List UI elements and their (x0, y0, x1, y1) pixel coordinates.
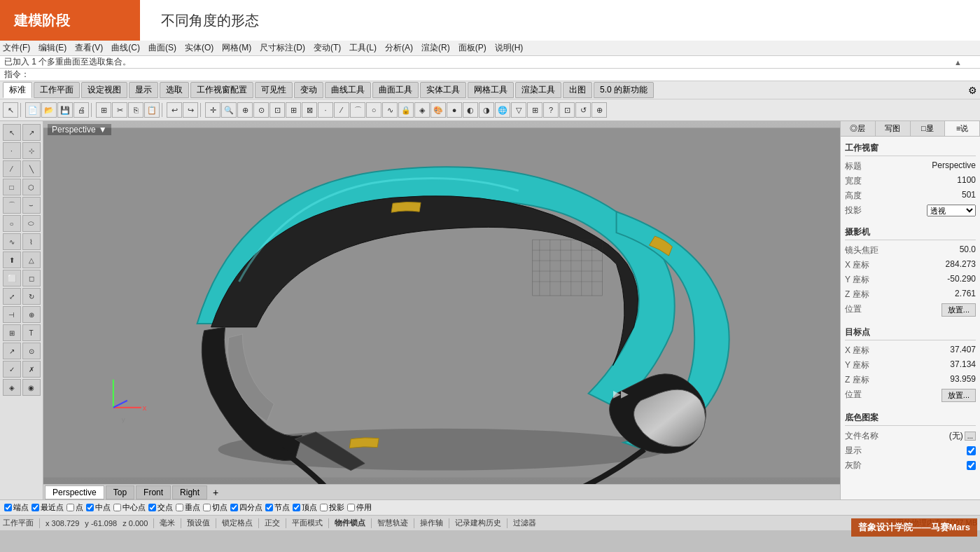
menu-view[interactable]: 查看(V) (75, 42, 103, 54)
ltool-ellipse[interactable]: ⬭ (22, 215, 41, 232)
tool-redo[interactable]: ↪ (183, 102, 198, 118)
ltool-solid2[interactable]: ◻ (22, 270, 41, 287)
snap-vertex[interactable]: 顶点 (293, 502, 317, 513)
snap-perp[interactable]: 垂点 (176, 502, 200, 513)
tool-new[interactable]: 📄 (25, 102, 41, 118)
tool-grid[interactable]: ⊞ (286, 102, 301, 118)
ltool-extrude2[interactable]: △ (22, 251, 41, 268)
menu-tools[interactable]: 工具(L) (349, 42, 377, 54)
tool-arc[interactable]: ⌒ (350, 102, 365, 118)
snap-midpoint[interactable]: 中点 (86, 502, 111, 513)
tool-shading[interactable]: ▽ (511, 102, 526, 118)
menu-help[interactable]: 说明(H) (495, 42, 524, 54)
sb-planar[interactable]: 平面模式 (292, 518, 323, 528)
rpanel-tab-notes[interactable]: ≡说 (945, 121, 980, 136)
menu-analyze[interactable]: 分析(A) (385, 42, 413, 54)
tab-mesh-tools[interactable]: 网格工具 (468, 82, 514, 98)
tool-undo[interactable]: ↩ (167, 102, 182, 118)
ltool-misc2[interactable]: ◉ (22, 379, 41, 396)
rpanel-btn-campos[interactable]: 放置... (941, 303, 976, 317)
snap-nearest[interactable]: 最近点 (31, 502, 64, 513)
sb-ortho[interactable]: 正交 (265, 518, 280, 528)
tool-curve[interactable]: ∿ (382, 102, 398, 118)
tab-output[interactable]: 出图 (563, 82, 592, 98)
command-input[interactable] (29, 70, 976, 80)
rpanel-btn-browse[interactable]: ... (965, 432, 976, 441)
ltool-line2[interactable]: ╲ (22, 160, 41, 177)
rpanel-tab-display[interactable]: □显 (911, 121, 946, 136)
tab-standard[interactable]: 标准 (3, 82, 32, 98)
snap-center[interactable]: 中心点 (113, 502, 146, 513)
ltool-pt2[interactable]: ⊹ (22, 142, 41, 159)
tool-paste[interactable]: 📋 (144, 102, 160, 118)
ltool-check[interactable]: ✓ (3, 361, 21, 378)
tool-extra3[interactable]: ⊕ (592, 102, 607, 118)
vp-tab-perspective[interactable]: Perspective (45, 485, 104, 499)
vp-tab-front[interactable]: Front (136, 485, 171, 499)
tab-workplane[interactable]: 工作平面 (34, 82, 80, 98)
ltool-select2[interactable]: ↗ (22, 124, 41, 141)
rpanel-tab-properties[interactable]: 写图 (876, 121, 911, 136)
menu-mesh[interactable]: 网格(M) (222, 42, 251, 54)
menu-panel[interactable]: 面板(P) (458, 42, 486, 54)
tab-select[interactable]: 选取 (160, 82, 189, 98)
snap-endpoint[interactable]: 端点 (4, 502, 29, 513)
ltool-dimension[interactable]: ⊞ (3, 324, 21, 341)
tool-copy[interactable]: ⎘ (128, 102, 144, 118)
sb-smarttrack[interactable]: 智慧轨迹 (377, 518, 408, 528)
ltool-circle[interactable]: ○ (3, 215, 21, 232)
ltool-x[interactable]: ✗ (22, 361, 41, 378)
tool-select[interactable]: ↖ (3, 102, 18, 118)
tool-save[interactable]: 💾 (57, 102, 73, 118)
menu-transform[interactable]: 变动(T) (314, 42, 341, 54)
snap-knot[interactable]: 节点 (265, 502, 290, 513)
tool-material[interactable]: ◈ (414, 102, 430, 118)
sb-filter[interactable]: 过滤器 (513, 518, 536, 528)
viewport-dropdown-icon[interactable]: ▼ (99, 125, 107, 134)
tool-zoom-window[interactable]: 🔍 (221, 102, 237, 118)
rpanel-tab-layers[interactable]: ◎层 (841, 121, 876, 136)
ltool-annotate[interactable]: ↗ (3, 343, 21, 359)
tool-mesh-display[interactable]: ⊞ (527, 102, 542, 118)
tab-display[interactable]: 显示 (129, 82, 158, 98)
ltool-rotate[interactable]: ↻ (22, 288, 41, 305)
tab-setview[interactable]: 设定视图 (81, 82, 127, 98)
ltool-arc[interactable]: ⌒ (3, 197, 21, 214)
snap-project[interactable]: 投影 (320, 502, 344, 513)
tab-solid-tools[interactable]: 实体工具 (420, 82, 466, 98)
ltool-extrude[interactable]: ⬆ (3, 251, 21, 268)
vp-tab-add[interactable]: + (209, 485, 223, 499)
ltool-poly[interactable]: ⬡ (22, 179, 41, 195)
tool-print[interactable]: 🖨 (74, 102, 89, 118)
ltool-scale[interactable]: ⊕ (22, 306, 41, 323)
tool-color[interactable]: 🎨 (430, 102, 446, 118)
snap-point[interactable]: 点 (66, 502, 83, 513)
tool-extra2[interactable]: ↺ (575, 102, 591, 118)
ltool-curve2[interactable]: ⌇ (22, 233, 41, 250)
sb-osnap[interactable]: 物件锁点 (335, 518, 365, 528)
snap-tangent[interactable]: 切点 (203, 502, 227, 513)
tool-zoom-extent[interactable]: ⊡ (270, 102, 285, 118)
tab-transform[interactable]: 变动 (294, 82, 323, 98)
menu-curve[interactable]: 曲线(C) (111, 42, 140, 54)
ltool-misc1[interactable]: ◈ (3, 379, 21, 396)
tab-surface-tools[interactable]: 曲面工具 (372, 82, 419, 98)
sb-lock-grid[interactable]: 锁定格点 (222, 518, 253, 528)
ltool-line[interactable]: ∕ (3, 160, 21, 177)
tool-lock[interactable]: 🔒 (398, 102, 414, 118)
snap-quadrant[interactable]: 四分点 (230, 502, 262, 513)
menu-dim[interactable]: 尺寸标注(D) (260, 42, 305, 54)
tab-render-tools[interactable]: 渲染工具 (515, 82, 561, 98)
menu-file[interactable]: 文件(F) (3, 42, 30, 54)
menu-solid[interactable]: 实体(O) (185, 42, 214, 54)
settings-icon[interactable]: ⚙ (968, 85, 977, 96)
ltool-curve[interactable]: ∿ (3, 233, 21, 250)
menu-render[interactable]: 渲染(R) (421, 42, 450, 54)
tool-extra1[interactable]: ⊡ (559, 102, 575, 118)
ltool-point[interactable]: · (3, 142, 21, 159)
snap-intersect[interactable]: 交点 (148, 502, 173, 513)
tool-copy-inst[interactable]: ⊞ (96, 102, 111, 118)
tool-zoom-all[interactable]: ⊕ (237, 102, 253, 118)
tool-open[interactable]: 📂 (41, 102, 57, 118)
tool-cut[interactable]: ✂ (112, 102, 127, 118)
